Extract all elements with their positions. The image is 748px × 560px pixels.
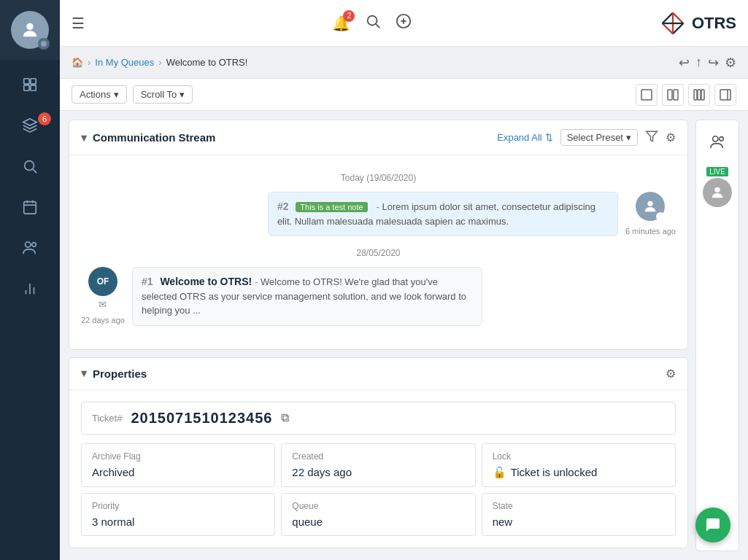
svg-point-6 <box>25 161 34 171</box>
message-bubble-2[interactable]: #2 This is a test note - Lorem ipsum dol… <box>268 192 618 236</box>
properties-settings-icon[interactable]: ⚙ <box>666 367 676 381</box>
settings-btn[interactable]: ⚙ <box>725 55 736 71</box>
header-center: 🔔 2 <box>332 13 412 33</box>
otrs-logo: OTRS <box>660 10 736 36</box>
sidebar-item-search[interactable] <box>0 147 60 185</box>
properties-title: ▾ Properties <box>81 367 147 380</box>
svg-line-24 <box>673 23 683 34</box>
scroll-to-button[interactable]: Scroll To ▾ <box>133 85 193 104</box>
svg-rect-34 <box>720 90 730 100</box>
layout-single-col[interactable] <box>636 84 658 106</box>
message-header-1: #1 Welcome to OTRS! - Welcome to OTRS! W… <box>142 275 473 318</box>
select-preset-button[interactable]: Select Preset ▾ <box>560 129 638 146</box>
tickets-badge: 6 <box>38 112 51 125</box>
prop-created-value: 22 days ago <box>292 466 464 478</box>
unlock-icon: 🔓 <box>493 466 506 479</box>
communication-stream-header: ▾ Communication Stream Expand All ⇅ Sele… <box>69 120 687 155</box>
breadcrumb: 🏠 › In My Queues › Welcome to OTRS! <box>72 57 247 68</box>
communication-stream-title: ▾ Communication Stream <box>81 131 215 144</box>
communication-stream-body: Today (19/06/2020) ✦ 6 minutes ago <box>69 155 687 349</box>
properties-header: ▾ Properties ⚙ <box>69 358 687 390</box>
svg-rect-30 <box>674 90 678 100</box>
layout-buttons <box>636 84 736 106</box>
prop-archive-value: Archived <box>92 466 264 478</box>
notification-bell[interactable]: 🔔 2 <box>332 15 350 32</box>
user-avatar-section[interactable] <box>0 0 60 60</box>
actions-label: Actions <box>80 89 111 100</box>
properties-grid: Archive Flag Archived Created 22 days ag… <box>81 443 676 536</box>
sidebar: 6 <box>0 0 60 560</box>
sidebar-item-tickets[interactable]: 6 <box>0 106 60 144</box>
sidebar-item-users[interactable] <box>0 229 60 267</box>
message-num-2: #2 <box>277 201 289 212</box>
live-badge: LIVE <box>706 167 728 176</box>
prop-created-label: Created <box>292 451 464 462</box>
filter-icon[interactable] <box>645 130 658 146</box>
collapse-comm-icon[interactable]: ▾ <box>81 131 87 144</box>
sidebar-nav: 6 <box>0 60 60 314</box>
nav-up-btn[interactable]: ↑ <box>695 55 702 70</box>
layout-three-col[interactable] <box>688 84 710 106</box>
breadcrumb-sep-1: › <box>88 57 90 68</box>
sidebar-item-calendar[interactable] <box>0 188 60 226</box>
layout-sidebar[interactable] <box>714 84 736 106</box>
prop-lock-label: Lock <box>493 451 665 462</box>
status-dot-icon: ✦ <box>656 212 665 221</box>
communication-stream-label: Communication Stream <box>93 131 215 144</box>
svg-rect-8 <box>24 202 36 214</box>
hamburger-menu[interactable]: ☰ <box>72 15 85 32</box>
home-icon[interactable]: 🏠 <box>72 57 83 68</box>
actions-chevron-icon: ▾ <box>114 89 119 100</box>
sidebar-item-dashboard[interactable] <box>0 66 60 104</box>
breadcrumb-sep-2: › <box>158 57 161 68</box>
svg-point-1 <box>41 41 47 47</box>
layout-two-col[interactable] <box>662 84 684 106</box>
message-bubble-1[interactable]: #1 Welcome to OTRS! - Welcome to OTRS! W… <box>132 267 482 326</box>
prop-created: Created 22 days ago <box>281 443 475 487</box>
svg-line-25 <box>662 23 672 34</box>
search-icon[interactable] <box>365 13 381 33</box>
preset-chevron-icon: ▾ <box>626 132 631 143</box>
email-icon: ✉ <box>99 299 107 310</box>
breadcrumb-nav: ↩ ↑ ↪ ⚙ <box>679 55 736 71</box>
prop-lock-text: Ticket is unlocked <box>511 466 598 478</box>
scroll-to-label: Scroll To <box>141 89 177 100</box>
svg-point-13 <box>32 243 36 247</box>
message-header-2: #2 This is a test note - Lorem ipsum dol… <box>277 200 609 228</box>
copy-icon[interactable]: ⧉ <box>281 411 289 424</box>
svg-rect-5 <box>31 85 36 90</box>
prop-archive-label: Archive Flag <box>92 451 264 462</box>
message-num-1: #1 <box>142 276 153 287</box>
prop-state-label: State <box>493 501 665 511</box>
chat-fab-button[interactable] <box>695 508 730 542</box>
nav-forward-btn[interactable]: ↪ <box>708 55 719 71</box>
logo-text: OTRS <box>692 14 736 33</box>
message-tag-2: This is a test note <box>296 202 367 212</box>
svg-line-7 <box>33 169 36 173</box>
prop-state-value: new <box>493 516 665 528</box>
breadcrumb-in-my-queues[interactable]: In My Queues <box>95 57 154 68</box>
message-row-1: OF ✉ 22 days ago #1 Welcome to OTRS! - <box>81 267 676 326</box>
properties-label: Properties <box>93 368 147 380</box>
sidebar-item-reports[interactable] <box>0 270 60 308</box>
comm-settings-icon[interactable]: ⚙ <box>666 131 676 144</box>
nav-back-btn[interactable]: ↩ <box>679 55 690 71</box>
prop-priority-label: Priority <box>92 501 264 511</box>
add-icon[interactable] <box>396 13 412 33</box>
actions-button[interactable]: Actions ▾ <box>72 85 127 104</box>
comm-header-right: Expand All ⇅ Select Preset ▾ ⚙ <box>497 129 676 146</box>
live-avatar[interactable] <box>703 178 732 207</box>
prop-lock-value: 🔓 Ticket is unlocked <box>493 466 665 479</box>
prop-archive-flag: Archive Flag Archived <box>81 443 275 487</box>
communication-stream-card: ▾ Communication Stream Expand All ⇅ Sele… <box>69 120 688 350</box>
svg-rect-28 <box>641 90 652 100</box>
svg-line-23 <box>662 12 672 23</box>
side-panel-agents[interactable] <box>701 126 733 158</box>
svg-point-39 <box>720 137 724 141</box>
expand-all-button[interactable]: Expand All ⇅ <box>497 132 552 143</box>
scroll-to-chevron-icon: ▾ <box>180 89 185 100</box>
properties-card: ▾ Properties ⚙ Ticket# 2015071510123456 … <box>69 357 688 548</box>
properties-body: Ticket# 2015071510123456 ⧉ Archive Flag … <box>69 390 687 548</box>
prop-queue: Queue queue <box>281 493 475 536</box>
collapse-props-icon[interactable]: ▾ <box>81 367 87 380</box>
